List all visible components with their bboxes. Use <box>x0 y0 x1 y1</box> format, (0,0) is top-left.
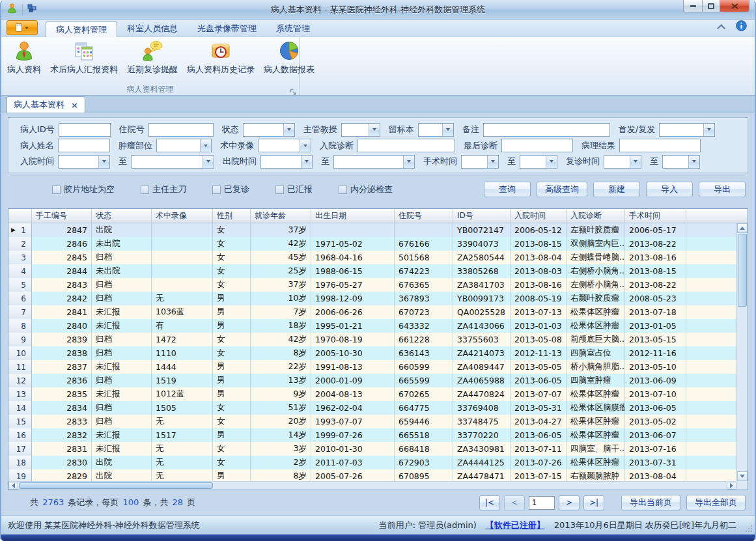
chevron-down-icon[interactable] <box>300 139 311 152</box>
next-page-button[interactable]: > <box>559 495 580 510</box>
row-selector[interactable]: 14 <box>8 401 32 415</box>
column-header[interactable]: 手术时间 <box>625 209 686 223</box>
scroll-track[interactable] <box>214 482 727 490</box>
discharge-time-from-combo[interactable] <box>260 155 313 169</box>
column-header[interactable]: 就诊年龄 <box>251 209 311 223</box>
help-info-icon[interactable] <box>736 20 747 34</box>
column-header[interactable]: 手工编号 <box>32 209 92 223</box>
table-row[interactable]: 192829出院无男8岁2005-07-26670895ZA4478471201… <box>8 469 736 481</box>
row-selector[interactable]: 5 <box>8 278 32 292</box>
status-combo[interactable] <box>243 123 295 137</box>
scroll-track[interactable] <box>737 307 748 471</box>
table-row[interactable]: 182830出院无女2岁2011-07-03672903ZA4444125201… <box>8 456 736 469</box>
table-row[interactable]: 152833归档无女20岁1993-07-0765944633748475201… <box>8 415 736 428</box>
admit-time-to-combo[interactable] <box>131 155 214 169</box>
table-row[interactable]: 72841未汇报1036蓝男7岁2006-06-26670723QA002552… <box>8 305 736 319</box>
row-selector[interactable]: 8 <box>8 319 32 333</box>
checkbox-icon[interactable] <box>339 186 347 194</box>
query-button[interactable]: 查询 <box>484 182 531 197</box>
chevron-down-icon[interactable] <box>98 156 109 168</box>
row-selector[interactable]: 9 <box>8 333 32 346</box>
header-corner-cell[interactable] <box>8 209 32 223</box>
last-page-button[interactable]: >| <box>583 495 604 510</box>
table-row[interactable]: 32845归档女45岁1968-04-16501568ZA25805442013… <box>8 251 736 264</box>
maximize-button[interactable] <box>702 0 720 12</box>
vertical-scroll-thumb[interactable] <box>738 234 747 307</box>
chevron-down-icon[interactable] <box>630 156 641 168</box>
patient-id-input[interactable] <box>59 123 111 137</box>
column-header[interactable]: 术中录像 <box>152 209 213 223</box>
document-tab-patient-basic[interactable]: 病人基本资料 × <box>7 96 85 113</box>
column-header[interactable]: 入院诊断 <box>567 209 625 223</box>
chief-surgeon-checkbox[interactable]: 主任主刀 <box>141 184 186 195</box>
surgery-time-from-combo[interactable] <box>461 155 499 169</box>
chevron-down-icon[interactable] <box>203 156 214 168</box>
specimen-combo[interactable] <box>418 123 454 137</box>
ribbon-tab-3[interactable]: 光盘录像带管理 <box>188 21 266 36</box>
table-row[interactable]: 132835未汇报1012蓝男9岁2004-08-13670265ZA44708… <box>8 387 736 401</box>
table-row[interactable]: 142834归档1505女51岁1962-02-0466477533769408… <box>8 401 736 415</box>
column-header[interactable]: 入院时间 <box>511 209 567 223</box>
row-selector[interactable]: 19 <box>8 469 32 481</box>
table-row[interactable]: 42844未出院女25岁1988-06-15674223338052682013… <box>8 264 736 278</box>
row-selector[interactable]: 7 <box>8 305 32 319</box>
chevron-down-icon[interactable] <box>703 124 714 136</box>
chevron-down-icon[interactable] <box>369 124 380 136</box>
column-header[interactable]: 状态 <box>92 209 152 223</box>
revisited-checkbox[interactable]: 已复诊 <box>212 184 249 195</box>
revisit-time-from-combo[interactable] <box>604 155 641 169</box>
vertical-scrollbar[interactable] <box>736 223 748 481</box>
checkbox-icon[interactable] <box>52 186 61 194</box>
dialog-launcher-icon[interactable] <box>290 86 297 93</box>
table-row[interactable]: 162832未汇报1517男14岁1999-07-266655183377022… <box>8 428 736 442</box>
row-selector[interactable]: 4 <box>8 264 32 278</box>
ribbon-tab-4[interactable]: 系统管理 <box>266 21 320 36</box>
table-row[interactable]: 102838归档1110女8岁2005-10-30636143ZA4214073… <box>8 346 736 360</box>
row-selector[interactable]: 11 <box>8 360 32 374</box>
admit-time-from-combo[interactable] <box>58 155 110 169</box>
export-button[interactable]: 导出 <box>699 182 746 197</box>
checkbox-icon[interactable] <box>212 186 221 194</box>
pathology-input[interactable] <box>619 139 701 152</box>
revisit-time-to-combo[interactable] <box>662 155 700 169</box>
film-address-empty-checkbox[interactable]: 胶片地址为空 <box>52 184 115 195</box>
chevron-down-icon[interactable] <box>688 156 699 168</box>
professor-combo[interactable] <box>341 123 380 137</box>
scroll-down-button[interactable] <box>737 471 748 481</box>
table-row[interactable]: 172831未汇报无女3岁2010-01-30668418ZA343098120… <box>8 442 736 456</box>
import-button[interactable]: 导入 <box>646 182 693 197</box>
row-selector[interactable]: ▶1 <box>8 223 32 237</box>
close-button[interactable] <box>720 0 749 12</box>
column-header[interactable]: 住院号 <box>395 209 453 223</box>
advanced-query-button[interactable]: 高级查询 <box>537 182 587 197</box>
row-selector[interactable]: 16 <box>8 428 32 442</box>
row-selector[interactable]: 3 <box>8 251 32 264</box>
minimize-button[interactable] <box>683 0 703 12</box>
reported-checkbox[interactable]: 已汇报 <box>275 184 313 195</box>
chevron-down-icon[interactable] <box>546 156 557 168</box>
patient-name-input[interactable] <box>58 139 110 152</box>
table-row[interactable]: 62842归档无男10岁1998-12-09367893YB0099173200… <box>8 292 736 305</box>
first-page-button[interactable]: |< <box>479 495 500 510</box>
table-row[interactable]: 92839归档1472女42岁1970-08-19661228337556032… <box>8 333 736 346</box>
horizontal-scrollbar[interactable] <box>8 481 736 490</box>
chevron-down-icon[interactable] <box>200 139 211 152</box>
first-recur-combo[interactable] <box>659 123 715 137</box>
row-selector[interactable]: 12 <box>8 374 32 387</box>
new-button[interactable]: 新建 <box>593 182 640 197</box>
final-diag-input[interactable] <box>501 139 573 152</box>
patient-info-button[interactable]: 病人资料 <box>3 39 46 83</box>
row-selector[interactable]: 18 <box>8 456 32 469</box>
checkbox-icon[interactable] <box>141 186 149 194</box>
previous-page-button[interactable]: < <box>504 495 525 510</box>
column-header[interactable]: 出生日期 <box>311 209 395 223</box>
table-row[interactable]: 122836归档1519男13岁2000-01-09665599ZA406598… <box>8 374 736 387</box>
table-row[interactable]: 22846未出院女42岁1971-05-02676166339040732013… <box>8 237 736 251</box>
resize-grip[interactable] <box>745 525 753 533</box>
chevron-down-icon[interactable] <box>301 156 312 168</box>
table-row[interactable]: ▶12847出院女37岁YB00721472006-05-12左额叶胶质瘤200… <box>8 223 736 237</box>
discharge-time-to-combo[interactable] <box>333 155 415 169</box>
row-selector[interactable]: 17 <box>8 442 32 456</box>
surgery-time-to-combo[interactable] <box>520 155 557 169</box>
history-records-button[interactable]: 病人资料历史记录 <box>182 39 259 83</box>
